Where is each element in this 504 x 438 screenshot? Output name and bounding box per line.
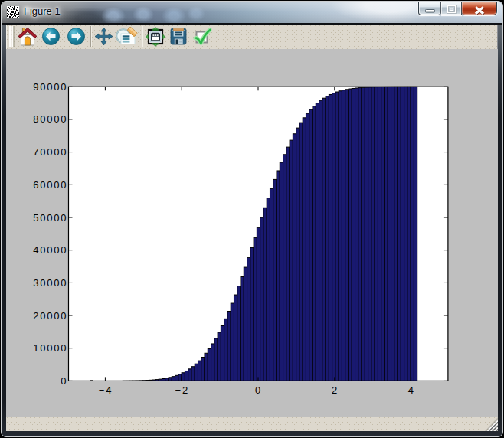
svg-text:40000: 40000 [33,244,67,256]
svg-text:50000: 50000 [33,212,67,224]
svg-text:0: 0 [255,384,262,396]
svg-text:−2: −2 [175,384,189,396]
svg-text:70000: 70000 [33,146,67,158]
svg-text:10000: 10000 [33,342,67,354]
svg-text:−4: −4 [99,384,113,396]
svg-text:2: 2 [332,384,339,396]
svg-text:60000: 60000 [33,179,67,191]
svg-text:20000: 20000 [33,310,67,322]
svg-text:90000: 90000 [33,81,67,93]
svg-text:4: 4 [408,384,415,396]
svg-text:80000: 80000 [33,113,67,125]
svg-text:30000: 30000 [33,277,67,289]
svg-text:0: 0 [61,375,67,387]
